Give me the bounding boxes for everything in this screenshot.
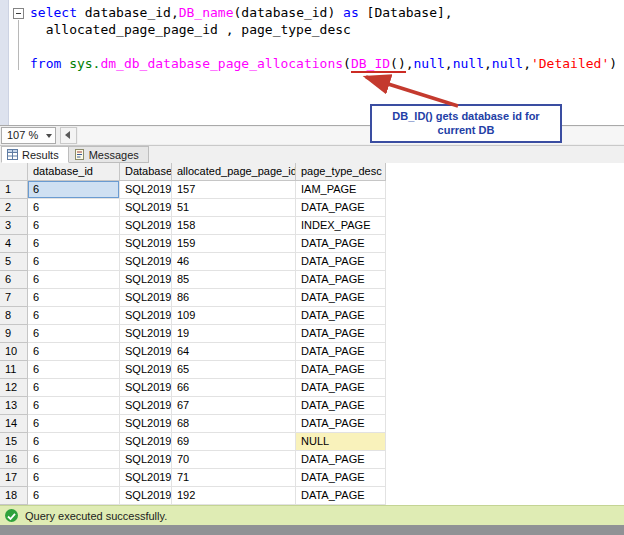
row-header[interactable]: 11 xyxy=(0,361,28,379)
grid-cell[interactable]: 109 xyxy=(172,307,296,325)
grid-cell[interactable]: 6 xyxy=(28,361,120,379)
grid-cell[interactable]: DATA_PAGE xyxy=(296,253,386,271)
row-header[interactable]: 12 xyxy=(0,379,28,397)
row-header[interactable]: 16 xyxy=(0,451,28,469)
row-header[interactable]: 6 xyxy=(0,271,28,289)
grid-cell[interactable]: SQL2019 xyxy=(120,289,172,307)
grid-cell[interactable]: IAM_PAGE xyxy=(296,181,386,199)
row-header[interactable]: 3 xyxy=(0,217,28,235)
grid-cell[interactable]: 67 xyxy=(172,397,296,415)
grid-cell[interactable]: DATA_PAGE xyxy=(296,415,386,433)
grid-cell[interactable]: 71 xyxy=(172,469,296,487)
grid-cell[interactable]: SQL2019 xyxy=(120,433,172,451)
grid-cell[interactable]: 6 xyxy=(28,487,120,505)
zoom-dropdown[interactable]: 107 % xyxy=(1,127,56,144)
row-header[interactable]: 2 xyxy=(0,199,28,217)
grid-cell[interactable]: NULL xyxy=(296,433,386,451)
grid-cell[interactable]: 85 xyxy=(172,271,296,289)
grid-cell[interactable]: 51 xyxy=(172,199,296,217)
row-header[interactable]: 17 xyxy=(0,469,28,487)
row-header[interactable]: 15 xyxy=(0,433,28,451)
column-header[interactable]: allocated_page_page_id xyxy=(172,163,296,181)
grid-cell[interactable]: 6 xyxy=(28,217,120,235)
row-header[interactable]: 1 xyxy=(0,181,28,199)
grid-cell[interactable]: 69 xyxy=(172,433,296,451)
grid-cell[interactable]: SQL2019 xyxy=(120,181,172,199)
grid-cell[interactable]: 157 xyxy=(172,181,296,199)
grid-cell[interactable]: DATA_PAGE xyxy=(296,379,386,397)
grid-cell[interactable]: SQL2019 xyxy=(120,199,172,217)
grid-cell[interactable]: DATA_PAGE xyxy=(296,361,386,379)
row-header[interactable]: 7 xyxy=(0,289,28,307)
grid-cell[interactable]: SQL2019 xyxy=(120,415,172,433)
grid-cell[interactable]: SQL2019 xyxy=(120,235,172,253)
row-header[interactable]: 8 xyxy=(0,307,28,325)
grid-cell[interactable]: INDEX_PAGE xyxy=(296,217,386,235)
grid-cell[interactable]: DATA_PAGE xyxy=(296,397,386,415)
grid-cell[interactable]: 6 xyxy=(28,199,120,217)
grid-cell[interactable]: DATA_PAGE xyxy=(296,271,386,289)
grid-cell[interactable]: 6 xyxy=(28,343,120,361)
column-header[interactable]: page_type_desc xyxy=(296,163,386,181)
grid-cell[interactable]: 6 xyxy=(28,397,120,415)
row-header[interactable]: 10 xyxy=(0,343,28,361)
column-header[interactable]: database_id xyxy=(28,163,120,181)
row-header[interactable]: 13 xyxy=(0,397,28,415)
grid-cell[interactable]: 192 xyxy=(172,487,296,505)
grid-cell[interactable]: SQL2019 xyxy=(120,343,172,361)
grid-cell[interactable]: 86 xyxy=(172,289,296,307)
grid-cell[interactable]: SQL2019 xyxy=(120,451,172,469)
grid-cell[interactable]: 6 xyxy=(28,289,120,307)
row-header[interactable]: 9 xyxy=(0,325,28,343)
grid-cell[interactable]: 6 xyxy=(28,181,120,199)
collapse-outline-icon[interactable] xyxy=(13,8,24,19)
grid-cell[interactable]: 6 xyxy=(28,235,120,253)
grid-cell[interactable]: DATA_PAGE xyxy=(296,469,386,487)
grid-cell[interactable]: SQL2019 xyxy=(120,487,172,505)
grid-cell[interactable]: DATA_PAGE xyxy=(296,343,386,361)
grid-cell[interactable]: DATA_PAGE xyxy=(296,235,386,253)
grid-cell[interactable]: 6 xyxy=(28,469,120,487)
grid-cell[interactable]: DATA_PAGE xyxy=(296,451,386,469)
tab-messages[interactable]: Messages xyxy=(69,146,149,163)
row-header[interactable]: 4 xyxy=(0,235,28,253)
grid-cell[interactable]: 64 xyxy=(172,343,296,361)
row-header[interactable]: 5 xyxy=(0,253,28,271)
code-area[interactable]: select database_id,DB_name(database_id) … xyxy=(30,4,617,72)
grid-cell[interactable]: DATA_PAGE xyxy=(296,325,386,343)
row-header[interactable]: 18 xyxy=(0,487,28,505)
grid-cell[interactable]: SQL2019 xyxy=(120,253,172,271)
grid-cell[interactable]: 19 xyxy=(172,325,296,343)
grid-cell[interactable]: 6 xyxy=(28,415,120,433)
grid-cell[interactable]: 6 xyxy=(28,307,120,325)
grid-cell[interactable]: SQL2019 xyxy=(120,307,172,325)
grid-cell[interactable]: 158 xyxy=(172,217,296,235)
grid-cell[interactable]: SQL2019 xyxy=(120,379,172,397)
grid-cell[interactable]: 6 xyxy=(28,253,120,271)
grid-cell[interactable]: 6 xyxy=(28,325,120,343)
grid-cell[interactable]: SQL2019 xyxy=(120,361,172,379)
scroll-left-button[interactable] xyxy=(60,127,77,144)
grid-cell[interactable]: 6 xyxy=(28,433,120,451)
grid-cell[interactable]: 6 xyxy=(28,271,120,289)
grid-cell[interactable]: SQL2019 xyxy=(120,397,172,415)
grid-cell[interactable]: DATA_PAGE xyxy=(296,199,386,217)
row-header[interactable]: 14 xyxy=(0,415,28,433)
tab-results[interactable]: Results xyxy=(1,146,69,163)
grid-cell[interactable]: 6 xyxy=(28,451,120,469)
grid-cell[interactable]: 70 xyxy=(172,451,296,469)
grid-cell[interactable]: DATA_PAGE xyxy=(296,487,386,505)
grid-cell[interactable]: DATA_PAGE xyxy=(296,289,386,307)
corner-header[interactable] xyxy=(0,163,28,181)
column-header[interactable]: Database xyxy=(120,163,172,181)
grid-cell[interactable]: 6 xyxy=(28,379,120,397)
grid-cell[interactable]: 159 xyxy=(172,235,296,253)
grid-cell[interactable]: SQL2019 xyxy=(120,217,172,235)
grid-cell[interactable]: SQL2019 xyxy=(120,325,172,343)
grid-cell[interactable]: 68 xyxy=(172,415,296,433)
grid-cell[interactable]: DATA_PAGE xyxy=(296,307,386,325)
grid-cell[interactable]: SQL2019 xyxy=(120,469,172,487)
grid-cell[interactable]: 46 xyxy=(172,253,296,271)
grid-cell[interactable]: 65 xyxy=(172,361,296,379)
grid-cell[interactable]: SQL2019 xyxy=(120,271,172,289)
